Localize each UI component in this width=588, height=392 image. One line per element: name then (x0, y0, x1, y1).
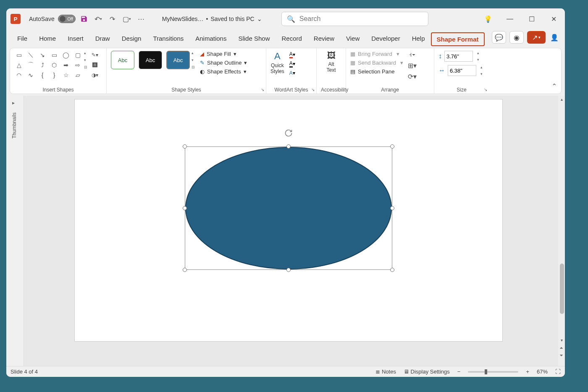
text-box-button[interactable]: 🅰 (90, 61, 100, 69)
bring-forward-button[interactable]: ▦Bring Forward▾ (350, 51, 403, 57)
slide-counter[interactable]: Slide 4 of 4 (10, 368, 38, 375)
notes-button[interactable]: ≣ Notes (375, 368, 396, 375)
save-button[interactable] (78, 13, 90, 25)
share-button[interactable]: ↗▾ (527, 31, 546, 44)
tab-developer[interactable]: Developer (365, 31, 406, 46)
tab-file[interactable]: File (11, 31, 33, 46)
tab-view[interactable]: View (340, 31, 365, 46)
merge-shapes-button[interactable]: ◑▾ (90, 71, 100, 79)
style-up-icon[interactable]: ▴ (192, 51, 195, 55)
handle-mid-left[interactable] (183, 206, 187, 210)
shape-brace-icon[interactable]: ◠ (14, 71, 24, 79)
camera-button[interactable]: ◉ (509, 31, 524, 44)
close-button[interactable]: ✕ (546, 12, 561, 26)
zoom-out-button[interactable]: − (457, 368, 461, 375)
zoom-slider[interactable] (468, 371, 518, 373)
scroll-up-icon[interactable]: ▴ (558, 96, 565, 102)
tips-button[interactable]: 💡 (481, 12, 495, 26)
shape-curve-icon[interactable]: ⌒ (26, 61, 35, 69)
tab-slideshow[interactable]: Slide Show (232, 31, 276, 46)
shape-triangle-icon[interactable]: △ (14, 61, 24, 69)
scroll-down-icon[interactable]: ▾ (561, 337, 563, 343)
width-input[interactable] (448, 65, 476, 76)
present-live-button[interactable]: 👤 (549, 30, 560, 44)
scroll-thumb[interactable] (560, 264, 564, 314)
shape-arrow-icon[interactable]: ↘ (38, 51, 47, 59)
qat-customize-button[interactable]: ⋯ (135, 13, 147, 25)
style-down-icon[interactable]: ▾ (192, 58, 195, 62)
filename-area[interactable]: MyNewSlides… • Saved to this PC ⌄ (162, 16, 262, 22)
handle-mid-right[interactable] (390, 206, 394, 210)
selection-pane-button[interactable]: ▤Selection Pane (350, 68, 403, 75)
handle-top-mid[interactable] (286, 144, 291, 149)
slide-canvas[interactable]: ▴ ▾ ⏶ ⏷ (24, 96, 565, 366)
tab-insert[interactable]: Insert (62, 31, 89, 46)
shape-outline-button[interactable]: ✎Shape Outline▾ (200, 60, 247, 66)
expand-thumbnails-button[interactable]: ▸ (12, 100, 15, 106)
shape-callout-icon[interactable]: ⇨ (73, 61, 82, 69)
shape-rbrace-icon[interactable]: } (50, 71, 59, 79)
tab-home[interactable]: Home (33, 31, 62, 46)
shape-lbrace-icon[interactable]: { (38, 71, 47, 79)
autosave-toggle[interactable]: AutoSave Off (29, 15, 76, 23)
height-down[interactable]: ▾ (477, 57, 479, 62)
zoom-in-button[interactable]: + (526, 368, 529, 375)
shape-styles-launcher[interactable]: ↘ (261, 87, 264, 92)
handle-top-left[interactable] (183, 144, 187, 149)
shape-gallery[interactable]: ▭＼↘▭◯▢ △⌒⤴⬡➡⇨ ◠∿{}☆▱ (14, 51, 82, 79)
shape-line-icon[interactable]: ＼ (26, 51, 35, 59)
minimize-button[interactable]: ― (503, 12, 517, 26)
handle-bot-left[interactable] (183, 268, 187, 272)
tab-review[interactable]: Review (308, 31, 340, 46)
height-input[interactable] (444, 51, 473, 62)
style-more-icon[interactable]: ⊟ (192, 65, 195, 69)
collapse-ribbon-button[interactable]: ⌃ (551, 82, 557, 90)
handle-top-right[interactable] (390, 144, 394, 149)
style-swatch-1[interactable]: Abc (111, 51, 134, 69)
shape-selection[interactable] (185, 146, 392, 270)
shape-textbox-icon[interactable]: ▭ (14, 51, 24, 59)
comments-button[interactable]: 💬 (492, 31, 506, 44)
shape-oval-icon[interactable]: ◯ (61, 51, 71, 59)
redo-button[interactable]: ↷ (107, 13, 118, 25)
wordart-launcher[interactable]: ↘ (311, 87, 315, 92)
align-button[interactable]: ⫞▾ (407, 51, 417, 58)
toggle-switch[interactable]: Off (58, 15, 76, 23)
rotate-handle[interactable] (284, 129, 293, 139)
shape-star-icon[interactable]: ☆ (61, 71, 71, 79)
edit-shape-button[interactable]: ✎▾ (90, 51, 100, 59)
shape-connector-icon[interactable]: ⤴ (38, 61, 47, 69)
size-launcher[interactable]: ↘ (484, 87, 487, 92)
width-down[interactable]: ▾ (480, 72, 483, 76)
text-effects-button[interactable]: A▾ (287, 69, 298, 77)
shape-wave-icon[interactable]: ∿ (26, 71, 35, 79)
text-outline-button[interactable]: A▾ (287, 60, 298, 68)
handle-bot-mid[interactable] (286, 268, 291, 272)
tab-animations[interactable]: Animations (189, 31, 232, 46)
tab-design[interactable]: Design (116, 31, 147, 46)
style-swatch-2[interactable]: Abc (139, 51, 162, 69)
send-backward-button[interactable]: ▦Send Backward▾ (350, 60, 403, 66)
shape-hex-icon[interactable]: ⬡ (50, 61, 59, 69)
prev-slide-button[interactable]: ⏶ (559, 344, 564, 351)
undo-button[interactable]: ↶▾ (92, 13, 104, 25)
tab-transitions[interactable]: Transitions (147, 31, 189, 46)
tab-shape-format[interactable]: Shape Format (431, 32, 485, 46)
fit-to-window-button[interactable]: ⛶ (555, 368, 561, 375)
tab-draw[interactable]: Draw (89, 31, 116, 46)
quick-styles-button[interactable]: A Quick Styles (270, 51, 284, 74)
display-settings-button[interactable]: 🖥 Display Settings (404, 368, 450, 375)
alt-text-button[interactable]: 🖼 Alt Text (321, 51, 341, 73)
gallery-more-icon[interactable]: ⊟ (84, 65, 87, 69)
shape-arrow2-icon[interactable]: ➡ (61, 61, 71, 69)
from-beginning-button[interactable]: ▢▾ (121, 13, 133, 25)
width-up[interactable]: ▴ (480, 65, 483, 69)
gallery-down-icon[interactable]: ▾ (84, 58, 87, 62)
shape-roundrect-icon[interactable]: ▢ (73, 51, 82, 59)
rotate-button[interactable]: ⟳▾ (407, 73, 417, 80)
group-button[interactable]: ⊞▾ (407, 62, 417, 69)
tab-record[interactable]: Record (276, 31, 307, 46)
style-gallery[interactable]: Abc Abc Abc (111, 51, 190, 69)
zoom-percent[interactable]: 67% (537, 368, 548, 375)
chevron-down-icon[interactable]: ⌄ (257, 16, 262, 22)
